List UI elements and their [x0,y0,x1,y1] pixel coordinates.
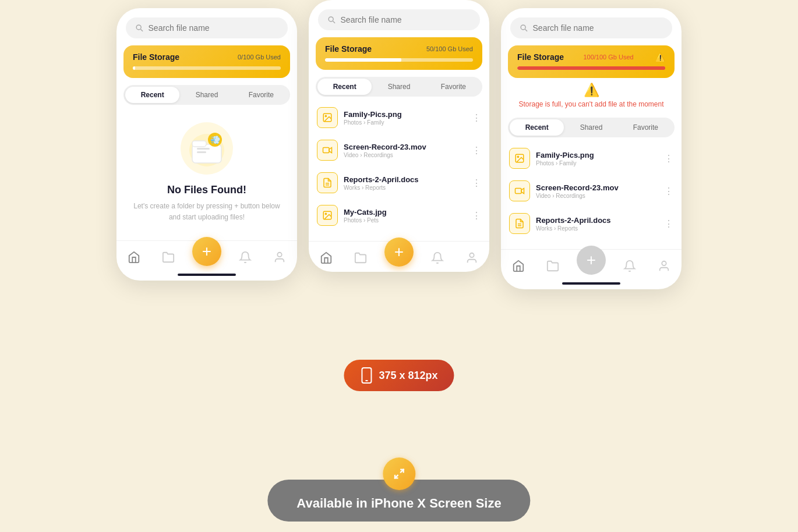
search-icon-1 [135,23,144,33]
phone-2: File Storage 50/100 Gb Used Recent Share… [309,0,489,272]
svg-point-21 [521,25,525,30]
file-item-3-1: Family-Pics.png Photos › Family ⋮ [501,142,682,175]
home-nav-3[interactable] [508,256,529,276]
file-path-3-3: Works › Reports [536,225,664,232]
home-nav-1[interactable] [123,247,144,268]
tab-favorite-1[interactable]: Favorite [234,87,288,103]
bell-nav-1[interactable] [235,247,256,268]
search-bar-2[interactable] [318,9,480,30]
empty-title-1: No Files Found! [167,184,246,196]
search-bar-1[interactable] [126,17,288,38]
svg-point-9 [278,253,282,257]
tab-recent-1[interactable]: Recent [125,87,179,103]
svg-point-24 [517,156,518,157]
user-nav-3[interactable] [654,256,675,276]
search-input-2[interactable] [341,15,471,24]
file-more-3[interactable]: ⋮ [472,178,481,189]
svg-line-22 [525,29,527,31]
empty-desc-1: Let's create a folder by pressing + butt… [133,201,280,223]
file-icon-video [317,140,338,161]
warning-triangle-icon: ⚠️ [655,52,665,62]
search-bar-3[interactable] [510,17,672,38]
empty-icon-wrapper-1: 💨 [181,122,233,175]
search-input-3[interactable] [533,23,663,33]
file-path-3: Works › Reports [344,185,472,191]
tabs-1: Recent Shared Favorite [123,85,290,105]
empty-state-1: 💨 No Files Found! Let's create a folder … [116,105,297,229]
file-icon-doc [317,172,338,193]
svg-rect-14 [323,148,330,153]
file-more-3-3[interactable]: ⋮ [664,218,673,229]
bottom-nav-1: + [116,240,297,271]
tab-shared-3[interactable]: Shared [564,119,618,136]
tab-recent-3[interactable]: Recent [510,119,564,136]
svg-point-19 [325,213,326,214]
file-more-4[interactable]: ⋮ [472,210,481,221]
tab-favorite-3[interactable]: Favorite [619,119,673,136]
file-item-3-3: Reports-2-April.docs Works › Reports ⋮ [501,207,682,240]
file-path-1: Photos › Family [344,119,472,126]
file-name-3-2: Screen-Record-23.mov [536,183,664,192]
tab-shared-1[interactable]: Shared [179,87,234,103]
svg-rect-3 [192,144,221,163]
file-item-3: Reports-2-April.docs Works › Reports ⋮ [309,166,489,199]
compress-button[interactable] [383,457,415,490]
tab-favorite-2[interactable]: Favorite [426,79,481,95]
file-icon-image2 [317,205,338,226]
svg-line-11 [333,21,335,23]
storage-used-2: 50/100 Gb Used [426,45,473,52]
file-item-3-2: Screen-Record-23.mov Video › Recordings … [501,175,682,207]
file-list-2: Family-Pics.png Photos › Family ⋮ Screen… [309,97,489,236]
file-more-2[interactable]: ⋮ [472,145,481,156]
file-path-4: Photos › Pets [344,217,472,224]
user-nav-1[interactable] [269,247,290,268]
fab-3-disabled: + [577,246,606,275]
fab-2[interactable]: + [384,237,414,267]
bell-nav-3[interactable] [619,256,640,276]
svg-point-10 [329,17,333,22]
file-path-3-1: Photos › Family [536,160,664,166]
storage-used-3: 100/100 Gb Used [583,54,633,61]
size-badge: 375 x 812px [344,360,454,391]
user-nav-2[interactable] [461,247,482,268]
file-name-4: My-Cats.jpg [344,208,472,217]
folder-nav-2[interactable] [350,247,371,268]
storage-title-1: File Storage [133,52,179,62]
file-more-3-2[interactable]: ⋮ [664,186,673,197]
file-name-3-1: Family-Pics.png [536,151,664,159]
file-more-3-1[interactable]: ⋮ [664,153,673,164]
file-list-3: Family-Pics.png Photos › Family ⋮ Screen… [501,137,682,244]
tabs-2: Recent Shared Favorite [316,77,482,97]
bottom-nav-2: + [309,241,489,272]
home-nav-2[interactable] [316,247,337,268]
svg-rect-6 [197,151,206,153]
phone-1: File Storage 0/100 Gb Used Recent Shared… [116,8,297,281]
svg-rect-4 [192,141,206,147]
svg-point-0 [136,25,141,30]
home-bar-1 [178,274,236,276]
file-path-2: Video › Recordings [344,152,472,158]
svg-rect-5 [197,148,210,150]
storage-fill-3 [517,66,665,70]
tab-shared-2[interactable]: Shared [372,79,426,95]
svg-point-29 [662,261,666,265]
tab-recent-2[interactable]: Recent [317,79,372,95]
file-name-1: Family-Pics.png [344,110,472,119]
svg-rect-25 [515,189,522,194]
empty-folder-icon: 💨 [186,128,227,169]
fab-1[interactable]: + [192,237,221,266]
folder-nav-1[interactable] [158,247,179,268]
search-icon-3 [520,23,528,33]
svg-point-13 [325,115,326,116]
search-input-1[interactable] [149,23,278,33]
bottom-section: Available in iPhone X Screen Size [267,457,530,522]
storage-banner-3: File Storage 100/100 Gb Used ⚠️ [508,45,675,78]
size-badge-label: 375 x 812px [379,370,437,382]
file-more-1[interactable]: ⋮ [472,112,481,123]
bell-nav-2[interactable] [427,247,448,268]
folder-nav-3[interactable] [542,256,563,276]
storage-banner-2: File Storage 50/100 Gb Used [316,37,482,70]
compress-icon [393,467,405,480]
phone-3: File Storage 100/100 Gb Used ⚠️ ⚠️ Stora… [501,8,682,289]
warning-text-3: Storage is full, you can't add file at t… [518,100,663,108]
